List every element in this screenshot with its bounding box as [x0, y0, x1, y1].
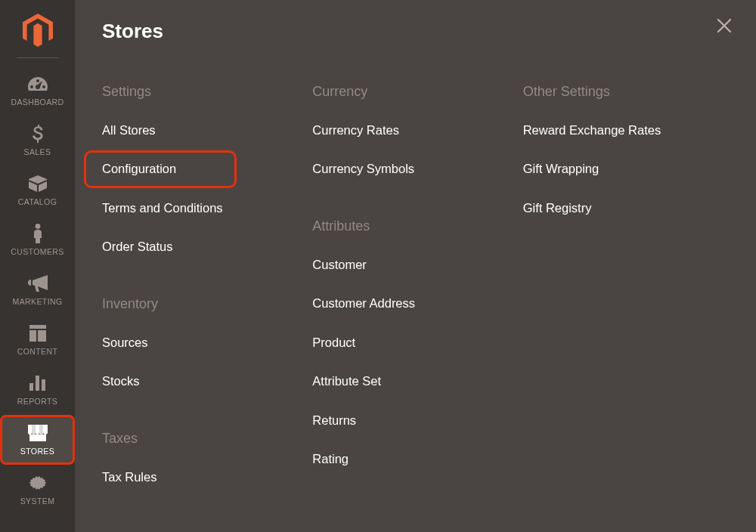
col-other: Other Settings Reward Exchange Rates Gif…	[523, 84, 726, 508]
svg-marker-1	[33, 23, 42, 47]
svg-rect-2	[29, 383, 33, 391]
gear-icon	[29, 472, 46, 493]
dollar-icon	[33, 123, 43, 144]
nav-divider	[17, 57, 59, 58]
nav-content-label: CONTENT	[17, 347, 58, 356]
svg-rect-3	[36, 376, 39, 391]
link-order-status[interactable]: Order Status	[102, 239, 173, 255]
link-attr-customer-addr[interactable]: Customer Address	[312, 295, 415, 311]
nav-content[interactable]: CONTENT	[0, 315, 75, 365]
section-head-inventory: Inventory	[102, 296, 305, 312]
section-head-attributes: Attributes	[312, 218, 515, 234]
nav-sales-label: SALES	[24, 147, 51, 156]
link-attr-rating[interactable]: Rating	[312, 451, 349, 467]
nav-reports[interactable]: REPORTS	[0, 365, 75, 415]
nav-system[interactable]: SYSTEM	[0, 465, 75, 515]
section-head-settings: Settings	[102, 84, 305, 100]
nav-reports-label: REPORTS	[17, 397, 57, 406]
nav-stores[interactable]: STORES	[0, 415, 75, 465]
link-configuration[interactable]: Configuration	[102, 161, 176, 177]
flyout-title: Stores	[102, 20, 726, 43]
person-icon	[33, 223, 43, 244]
layout-icon	[29, 323, 46, 344]
link-attr-set[interactable]: Attribute Set	[312, 373, 381, 389]
nav-system-label: SYSTEM	[20, 496, 55, 506]
nav-stores-label: STORES	[20, 447, 54, 456]
nav-marketing-label: MARKETING	[12, 297, 62, 306]
gauge-icon	[28, 73, 48, 94]
link-terms[interactable]: Terms and Conditions	[102, 200, 223, 216]
link-sources[interactable]: Sources	[102, 335, 148, 351]
store-icon	[28, 422, 48, 444]
admin-sidenav: DASHBOARD SALES CATALOG CUSTOMERS MARKET	[0, 0, 75, 532]
col-settings: Settings All Stores Configuration Terms …	[102, 84, 305, 508]
link-gift-wrapping[interactable]: Gift Wrapping	[523, 161, 600, 177]
link-currency-rates[interactable]: Currency Rates	[312, 122, 399, 138]
nav-catalog[interactable]: CATALOG	[0, 165, 75, 215]
nav-customers[interactable]: CUSTOMERS	[0, 215, 75, 265]
link-attr-customer[interactable]: Customer	[312, 257, 367, 273]
section-head-currency: Currency	[312, 84, 515, 100]
section-head-other: Other Settings	[523, 84, 726, 100]
nav-catalog-label: CATALOG	[18, 197, 57, 206]
link-stocks[interactable]: Stocks	[102, 373, 140, 389]
nav-customers-label: CUSTOMERS	[11, 247, 64, 256]
section-head-taxes: Taxes	[102, 431, 305, 447]
nav-marketing[interactable]: MARKETING	[0, 265, 75, 315]
magento-logo[interactable]	[23, 9, 53, 54]
link-gift-registry[interactable]: Gift Registry	[523, 200, 592, 216]
stores-flyout: Stores Settings All Stores Configuration…	[75, 0, 756, 532]
link-attr-returns[interactable]: Returns	[312, 413, 356, 428]
link-all-stores[interactable]: All Stores	[102, 122, 156, 138]
link-reward-rates[interactable]: Reward Exchange Rates	[523, 122, 662, 138]
link-tax-rules[interactable]: Tax Rules	[102, 469, 156, 485]
col-currency: Currency Currency Rates Currency Symbols…	[312, 84, 515, 508]
nav-dashboard[interactable]: DASHBOARD	[0, 66, 75, 116]
link-currency-symbols[interactable]: Currency Symbols	[312, 161, 414, 177]
close-button[interactable]	[714, 17, 735, 38]
nav-dashboard-label: DASHBOARD	[11, 97, 64, 107]
link-attr-product[interactable]: Product	[312, 335, 355, 351]
bars-icon	[29, 373, 46, 394]
megaphone-icon	[28, 273, 48, 294]
nav-sales[interactable]: SALES	[0, 116, 75, 165]
svg-rect-4	[42, 379, 45, 391]
box-icon	[29, 173, 47, 194]
close-icon	[717, 18, 732, 36]
